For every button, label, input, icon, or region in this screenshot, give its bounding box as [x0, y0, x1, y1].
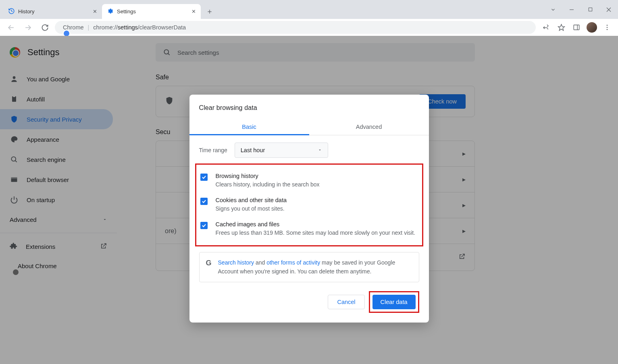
checkbox-cached[interactable]: Cached images and files Frees up less th…: [196, 217, 422, 241]
close-icon[interactable]: ✕: [190, 8, 197, 15]
dialog-title: Clear browsing data: [189, 104, 429, 119]
address-bar[interactable]: Chrome | chrome://settings/clearBrowserD…: [55, 21, 536, 34]
highlight-box-clear-data: Clear data: [369, 291, 419, 313]
dialog-tabs: Basic Advanced: [189, 119, 429, 135]
browser-toolbar: Chrome | chrome://settings/clearBrowserD…: [0, 19, 618, 36]
tab-search-button[interactable]: [544, 2, 562, 17]
checkbox-title: Cookies and other site data: [216, 197, 287, 203]
avatar: [587, 22, 597, 33]
checkbox-checked-icon[interactable]: [200, 198, 208, 205]
svg-rect-4: [589, 8, 592, 11]
side-panel-button[interactable]: [570, 21, 583, 34]
google-account-info: G Search history and other forms of acti…: [199, 252, 419, 282]
clear-data-button[interactable]: Clear data: [372, 295, 416, 309]
url-text: chrome://settings/clearBrowserData: [93, 24, 186, 31]
titlebar: History ✕ Settings ✕: [0, 0, 618, 19]
search-history-link[interactable]: Search history: [218, 259, 254, 266]
checkbox-cookies[interactable]: Cookies and other site data Signs you ou…: [196, 193, 422, 217]
divider: |: [88, 24, 89, 31]
close-window-button[interactable]: [599, 2, 618, 17]
tab-basic[interactable]: Basic: [189, 119, 309, 135]
highlight-box-checkboxes: Browsing history Clears history, includi…: [195, 163, 423, 246]
reload-button[interactable]: [38, 21, 52, 34]
tab-settings[interactable]: Settings ✕: [102, 4, 201, 19]
profile-button[interactable]: [585, 21, 599, 34]
svg-point-14: [607, 29, 608, 30]
gear-icon: [107, 8, 114, 16]
time-range-value: Last hour: [241, 147, 265, 153]
chrome-menu-button[interactable]: [600, 21, 614, 34]
info-message: Search history and other forms of activi…: [218, 258, 412, 276]
window-controls: [544, 0, 618, 19]
svg-marker-28: [319, 150, 321, 151]
site-chip: Chrome: [60, 24, 84, 31]
svg-marker-9: [558, 24, 564, 30]
other-activity-link[interactable]: other forms of activity: [266, 259, 320, 266]
svg-point-13: [607, 27, 608, 28]
svg-rect-10: [574, 25, 579, 30]
time-range-label: Time range: [199, 147, 227, 153]
new-tab-button[interactable]: [204, 6, 215, 17]
share-button[interactable]: [539, 21, 553, 34]
forward-button[interactable]: [21, 21, 35, 34]
checkbox-subtitle: Frees up less than 319 MB. Some sites ma…: [216, 229, 416, 237]
cancel-button[interactable]: Cancel: [328, 295, 364, 309]
tab-history[interactable]: History ✕: [3, 4, 102, 19]
clear-browsing-data-dialog: Clear browsing data Basic Advanced Time …: [189, 95, 429, 323]
checkbox-title: Cached images and files: [216, 221, 416, 228]
svg-point-12: [607, 25, 608, 26]
dropdown-icon: [318, 147, 322, 153]
maximize-button[interactable]: [581, 2, 599, 17]
time-range-select[interactable]: Last hour: [235, 143, 328, 158]
back-button[interactable]: [4, 21, 18, 34]
tab-advanced[interactable]: Advanced: [309, 119, 429, 135]
checkbox-subtitle: Clears history, including in the search …: [216, 180, 320, 189]
minimize-button[interactable]: [562, 2, 581, 17]
checkbox-title: Browsing history: [216, 173, 320, 179]
checkbox-browsing-history[interactable]: Browsing history Clears history, includi…: [196, 169, 422, 193]
checkbox-subtitle: Signs you out of most sites.: [216, 205, 287, 213]
checkbox-checked-icon[interactable]: [200, 222, 208, 229]
google-g-icon: G: [206, 259, 212, 267]
tab-label: History: [18, 8, 34, 14]
bookmark-button[interactable]: [554, 21, 568, 34]
history-icon: [8, 8, 15, 16]
tab-label: Settings: [117, 8, 136, 14]
checkbox-checked-icon[interactable]: [200, 174, 208, 181]
close-icon[interactable]: ✕: [92, 8, 98, 15]
